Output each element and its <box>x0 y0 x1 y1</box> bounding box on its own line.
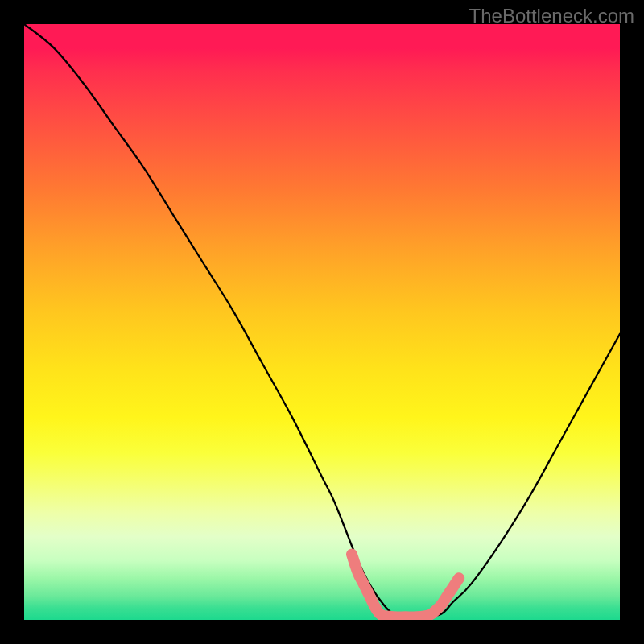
bottleneck-curve-path <box>24 24 620 617</box>
plot-area <box>24 24 620 620</box>
chart-frame: TheBottleneck.com <box>0 0 644 644</box>
trough-highlight-path <box>352 555 459 617</box>
watermark-text: TheBottleneck.com <box>469 5 634 27</box>
curve-layer <box>24 24 620 620</box>
